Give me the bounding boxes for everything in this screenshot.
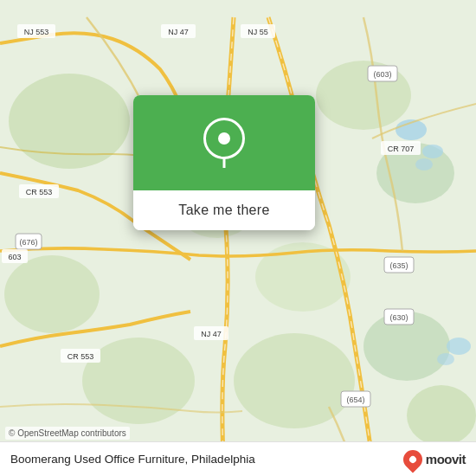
- svg-text:(603): (603): [373, 70, 391, 79]
- bottom-bar: Boomerang Used Office Furniture, Philade…: [0, 441, 476, 476]
- svg-point-8: [407, 385, 476, 446]
- card-map-preview: [133, 95, 315, 190]
- svg-text:603: 603: [8, 253, 21, 261]
- moovit-pin-icon: [399, 446, 426, 473]
- take-me-there-button[interactable]: Take me there: [133, 190, 315, 230]
- svg-text:CR 707: CR 707: [388, 145, 415, 153]
- svg-text:(635): (635): [389, 261, 408, 270]
- location-card: Take me there: [133, 95, 315, 230]
- svg-text:NJ 47: NJ 47: [201, 330, 222, 338]
- svg-text:CR 553: CR 553: [26, 188, 53, 196]
- svg-text:CR 553: CR 553: [68, 352, 94, 361]
- map-background: NJ 553 NJ 47 NJ 55 CR 707 (676) (603) CR…: [0, 0, 476, 476]
- location-pin-icon: [203, 118, 245, 168]
- svg-text:NJ 553: NJ 553: [24, 28, 49, 36]
- svg-text:(676): (676): [19, 238, 37, 247]
- map-container: NJ 553 NJ 47 NJ 55 CR 707 (676) (603) CR…: [0, 0, 476, 476]
- svg-point-14: [447, 338, 471, 355]
- attribution-text: © OpenStreetMap contributors: [9, 428, 126, 438]
- svg-point-15: [437, 353, 454, 365]
- moovit-logo-text: moovit: [426, 452, 466, 466]
- moovit-logo: moovit: [403, 450, 466, 469]
- map-attribution: © OpenStreetMap contributors: [5, 427, 130, 440]
- svg-text:NJ 47: NJ 47: [168, 28, 189, 36]
- svg-text:(630): (630): [389, 313, 408, 322]
- svg-point-4: [4, 255, 100, 333]
- svg-point-6: [234, 333, 355, 428]
- svg-text:(654): (654): [346, 396, 364, 404]
- svg-text:NJ 55: NJ 55: [248, 28, 268, 36]
- svg-point-13: [415, 158, 433, 170]
- place-name: Boomerang Used Office Furniture, Philade…: [10, 453, 255, 466]
- svg-point-12: [422, 145, 443, 158]
